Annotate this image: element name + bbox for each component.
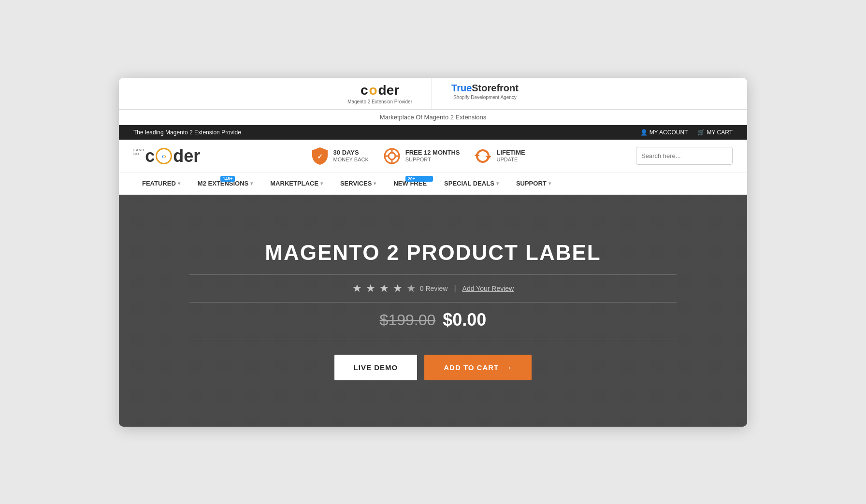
refresh-icon — [474, 147, 491, 165]
search-box: 🔍 — [636, 147, 733, 165]
my-account-label: MY ACCOUNT — [650, 129, 688, 136]
nav-featured-label: FEATURED — [142, 180, 176, 187]
nav-special-deals-label: SPECIAL DEALS — [444, 180, 494, 187]
feature-badges: ✓ 30 DAYS MONEY BACK — [311, 147, 525, 165]
top-bar-links: 👤 MY ACCOUNT 🛒 MY CART — [640, 129, 733, 136]
lifebuoy-icon — [383, 147, 401, 165]
star-1: ★ — [352, 282, 362, 295]
logo-land-text: LANDCO — [133, 148, 144, 156]
chevron-down-icon-2: ▾ — [250, 181, 253, 186]
chevron-down-icon-3: ▾ — [320, 181, 323, 186]
chevron-down-icon-4: ▾ — [374, 181, 376, 186]
my-cart-link[interactable]: 🛒 MY CART — [697, 129, 733, 136]
update-text: LIFETIME UPDATE — [496, 149, 525, 163]
true-storefront-tab[interactable]: TrueStorefront Shopify Development Agenc… — [432, 78, 538, 109]
add-review-link[interactable]: Add Your Review — [462, 285, 514, 292]
add-to-cart-label: ADD TO CART — [444, 363, 499, 372]
update-title: LIFETIME — [496, 149, 525, 157]
chevron-down-icon-6: ▾ — [548, 181, 551, 186]
star-2: ★ — [366, 282, 375, 295]
live-demo-button[interactable]: LIVE DEMO — [334, 355, 418, 380]
nav-marketplace[interactable]: MARKETPLACE ▾ — [261, 173, 332, 194]
search-input[interactable] — [636, 148, 727, 163]
money-back-subtitle: MONEY BACK — [333, 157, 369, 163]
svg-point-2 — [389, 153, 395, 159]
my-cart-label: MY CART — [707, 129, 733, 136]
logo-area: LANDCO c ‹ › der — [133, 147, 200, 165]
nav-services-label: SERVICES — [340, 180, 372, 187]
nav-special-deals[interactable]: SPECIAL DEALS ▾ — [435, 173, 507, 194]
support-title: FREE 12 MONTHS — [405, 149, 460, 157]
hero-divider-2 — [189, 302, 677, 302]
nav-new-free[interactable]: 20+ NEW FREE — [385, 173, 435, 194]
arrow-right-icon: › — [164, 153, 166, 159]
add-to-cart-arrow-icon: → — [505, 363, 512, 372]
nav-featured[interactable]: FEATURED ▾ — [133, 173, 189, 194]
money-back-title: 30 DAYS — [333, 149, 369, 157]
cart-icon: 🛒 — [697, 129, 705, 136]
search-button[interactable]: 🔍 — [727, 147, 733, 164]
logo-der: der — [173, 147, 200, 165]
feature-money-back: ✓ 30 DAYS MONEY BACK — [311, 147, 369, 165]
hero-price: $199.00 $0.00 — [129, 310, 737, 330]
review-separator: | — [454, 284, 456, 293]
user-icon: 👤 — [640, 129, 648, 136]
star-5: ★ — [406, 282, 416, 295]
nav-services[interactable]: SERVICES ▾ — [332, 173, 385, 194]
original-price: $199.00 — [380, 311, 436, 329]
hero-divider-3 — [189, 340, 677, 340]
hero-buttons: LIVE DEMO ADD TO CART → — [129, 355, 737, 380]
hero-stars: ★ ★ ★ ★ ★ 0 Review | Add Your Review — [129, 282, 737, 295]
nav-marketplace-label: MARKETPLACE — [270, 180, 318, 187]
money-back-text: 30 DAYS MONEY BACK — [333, 149, 369, 163]
support-subtitle: SUPPORT — [405, 157, 460, 163]
shield-icon: ✓ — [311, 147, 329, 165]
hero-title: MAGENTO 2 PRODUCT LABEL — [129, 241, 737, 265]
feature-update: LIFETIME UPDATE — [474, 147, 525, 165]
browser-window: c o der Magento 2 Extension Provider Tru… — [119, 78, 747, 427]
logo-o-wrap: ‹ › — [155, 147, 173, 165]
top-info-bar: The leading Magento 2 Extension Provide … — [119, 125, 747, 140]
hero-divider-1 — [189, 274, 677, 275]
current-price: $0.00 — [443, 310, 486, 330]
support-text: FREE 12 MONTHS SUPPORT — [405, 149, 460, 163]
marketplace-bar: Marketplace Of Magento 2 Extensions — [119, 110, 747, 125]
feature-support: FREE 12 MONTHS SUPPORT — [383, 147, 460, 165]
coder-subtitle: Magento 2 Extension Provider — [347, 99, 412, 104]
m2-extensions-badge: 148+ — [220, 176, 235, 182]
logo-c: c — [145, 147, 155, 165]
logo: LANDCO c ‹ › der — [133, 147, 200, 165]
add-to-cart-button[interactable]: ADD TO CART → — [424, 355, 532, 380]
coder-tab[interactable]: c o der Magento 2 Extension Provider — [328, 78, 432, 109]
chevron-down-icon: ▾ — [178, 181, 180, 186]
marketplace-text: Marketplace Of Magento 2 Extensions — [380, 114, 486, 121]
hero-content: MAGENTO 2 PRODUCT LABEL ★ ★ ★ ★ ★ 0 Revi… — [119, 212, 747, 409]
nav-support[interactable]: SUPPORT ▾ — [507, 173, 560, 194]
tagline: The leading Magento 2 Extension Provide — [133, 129, 241, 136]
star-4: ★ — [393, 282, 403, 295]
svg-text:✓: ✓ — [317, 153, 323, 160]
hero-section: MAGENTO 2 PRODUCT LABEL ★ ★ ★ ★ ★ 0 Revi… — [119, 195, 747, 427]
review-count: 0 Review — [420, 285, 448, 292]
nav-bar: FEATURED ▾ 148+ M2 EXTENSIONS ▾ MARKETPL… — [119, 173, 747, 195]
nav-m2-extensions[interactable]: 148+ M2 EXTENSIONS ▾ — [189, 173, 261, 194]
nav-support-label: SUPPORT — [516, 180, 547, 187]
brand-bar: c o der Magento 2 Extension Provider Tru… — [119, 78, 747, 110]
true-storefront-subtitle: Shopify Development Agency — [453, 95, 517, 100]
new-free-badge: 20+ — [405, 176, 433, 182]
update-subtitle: UPDATE — [496, 157, 525, 163]
true-storefront-name: TrueStorefront — [451, 83, 519, 93]
star-3: ★ — [379, 282, 389, 295]
logo-circle: ‹ › — [156, 148, 172, 164]
chevron-down-icon-5: ▾ — [496, 181, 499, 186]
my-account-link[interactable]: 👤 MY ACCOUNT — [640, 129, 688, 136]
main-header: LANDCO c ‹ › der ✓ — [119, 140, 747, 173]
search-icon: 🔍 — [732, 152, 733, 160]
